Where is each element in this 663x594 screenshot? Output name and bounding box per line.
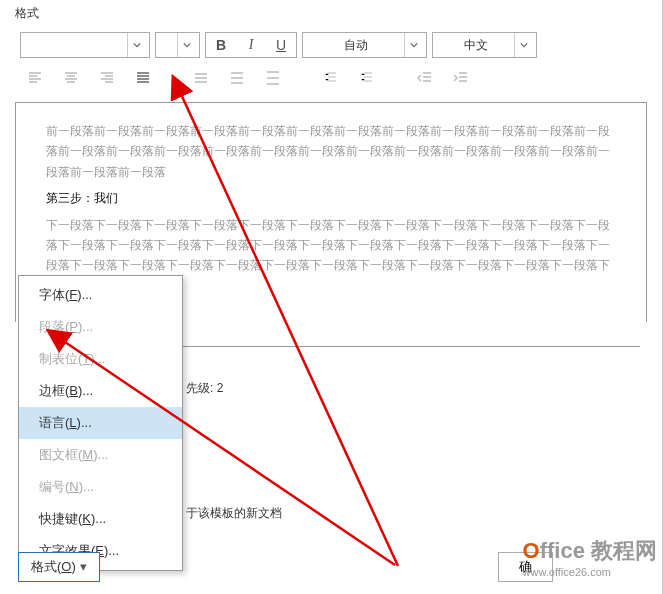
chevron-down-icon [404, 33, 422, 57]
menu-item-frame: 图文框(M)... [19, 439, 182, 471]
align-left-icon[interactable] [23, 66, 47, 90]
format-menu-popup: 字体(F)... 段落(P)... 制表位(T)... 边框(B)... 语言(… [18, 275, 183, 571]
line-spacing-2-icon[interactable] [261, 66, 285, 90]
menu-item-shortcut[interactable]: 快捷键(K)... [19, 503, 182, 535]
font-family-dropdown[interactable] [20, 32, 150, 58]
italic-button[interactable]: I [236, 33, 266, 57]
align-right-icon[interactable] [95, 66, 119, 90]
chevron-down-icon [127, 33, 145, 57]
menu-item-font[interactable]: 字体(F)... [19, 279, 182, 311]
font-style-group: B I U [205, 32, 297, 58]
priority-label: 先级: 2 [186, 380, 223, 397]
space-before-icon[interactable] [319, 66, 343, 90]
underline-button[interactable]: U [266, 33, 296, 57]
watermark: Office 教程网 www.office26.com [523, 536, 657, 578]
align-center-icon[interactable] [59, 66, 83, 90]
chevron-down-icon [514, 33, 532, 57]
format-button[interactable]: 格式(O)▾ [18, 552, 100, 582]
paragraph-toolbar [15, 66, 647, 90]
template-info-label: 于该模板的新文档 [186, 505, 282, 522]
menu-item-numbering: 编号(N)... [19, 471, 182, 503]
menu-item-paragraph: 段落(P)... [19, 311, 182, 343]
menu-item-language[interactable]: 语言(L)... [19, 407, 182, 439]
line-spacing-1-icon[interactable] [189, 66, 213, 90]
align-justify-icon[interactable] [131, 66, 155, 90]
increase-indent-icon[interactable] [449, 66, 473, 90]
format-section-label: 格式 [15, 5, 647, 22]
menu-item-border[interactable]: 边框(B)... [19, 375, 182, 407]
preview-current-text: 第三步：我们 [46, 188, 616, 208]
chevron-down-icon [177, 33, 195, 57]
language-dropdown[interactable]: 中文 [432, 32, 537, 58]
space-after-icon[interactable] [355, 66, 379, 90]
line-spacing-15-icon[interactable] [225, 66, 249, 90]
bold-button[interactable]: B [206, 33, 236, 57]
font-color-dropdown[interactable]: 自动 [302, 32, 427, 58]
font-toolbar: B I U 自动 中文 [15, 32, 647, 58]
menu-item-tabs: 制表位(T)... [19, 343, 182, 375]
preview-before-text: 前一段落前一段落前一段落前一段落前一段落前一段落前一段落前一段落前一段落前一段落… [46, 121, 616, 182]
decrease-indent-icon[interactable] [413, 66, 437, 90]
triangle-down-icon: ▾ [80, 559, 87, 574]
font-size-dropdown[interactable] [155, 32, 200, 58]
